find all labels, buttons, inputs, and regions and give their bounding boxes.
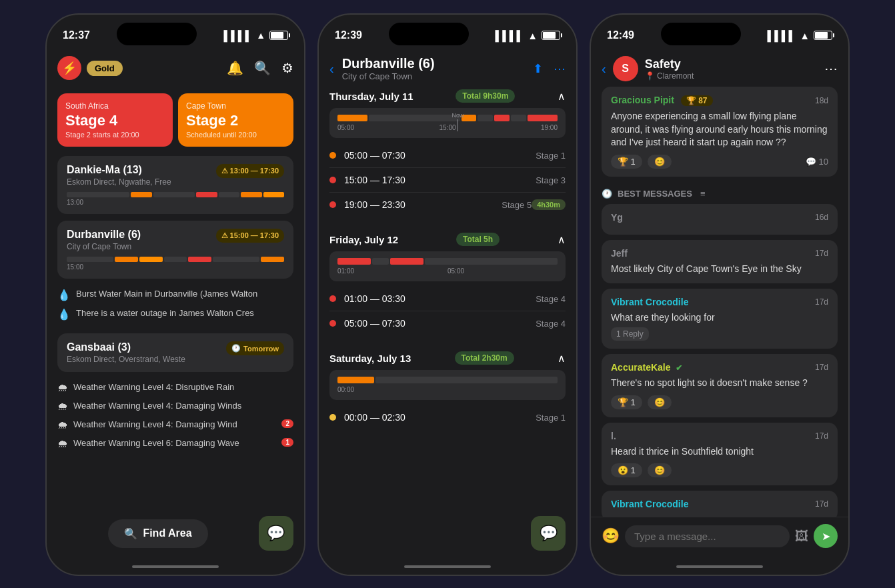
main-msg-author: Gracious Pipit 🏆 87 — [611, 95, 713, 106]
thursday-total: Total 9h30m — [456, 89, 515, 103]
share-icon[interactable]: ⬆ — [533, 61, 543, 76]
friday-toggle[interactable]: ∧ — [558, 233, 566, 246]
p3-content: Gracious Pipit 🏆 87 18d Anyone experienc… — [591, 87, 848, 517]
status-bar-2: 12:39 ▌▌▌▌ ▲ — [319, 15, 576, 51]
chat-fab-1[interactable]: 💬 — [259, 516, 293, 551]
emoji-button[interactable]: 😊 — [602, 527, 620, 545]
saturday-labels: 00:00 — [337, 386, 558, 393]
kale-header: AccurateKale ✔ 17d — [611, 362, 828, 373]
home-indicator-1 — [132, 565, 219, 568]
search-icon[interactable]: 🔍 — [254, 60, 271, 76]
thread-jeff[interactable]: Jeff 17d Most likely City of Cape Town's… — [602, 240, 838, 284]
signal-icon-2: ▌▌▌▌ — [496, 30, 524, 41]
best-messages-header: 🕐 BEST MESSAGES ≡ — [602, 183, 838, 204]
reply-badge[interactable]: 1 Reply — [611, 327, 649, 341]
time-thu-2: 15:00 — 17:30 — [344, 175, 536, 185]
slot-thu-3[interactable]: 19:00 — 23:30 Stage 5 4h30m — [329, 193, 566, 217]
wifi-icon-2: ▲ — [528, 30, 538, 41]
durbanville-sub: City of Cape Town — [67, 242, 141, 251]
more-icon-p3[interactable]: ⋯ — [824, 61, 838, 77]
find-area-button[interactable]: 🔍 Find Area — [108, 519, 207, 548]
p3-input-bar: 😊 🖼 ➤ — [591, 517, 848, 561]
sa-sub: Stage 2 starts at 20:00 — [65, 131, 165, 139]
reaction-smile[interactable]: 😊 — [648, 155, 672, 169]
notif-water-1[interactable]: 💧 Burst Water Main in Durbanville (James… — [57, 285, 293, 305]
stage-card-south-africa[interactable]: South Africa Stage 4 Stage 2 starts at 2… — [57, 93, 173, 147]
jeff-age: 17d — [815, 249, 828, 258]
p2-back-button[interactable]: ‹ — [329, 61, 334, 77]
clock-icon: 🕐 — [231, 344, 241, 353]
area-gansbaai[interactable]: Gansbaai (3) Eskom Direct, Overstrand, W… — [57, 333, 293, 372]
p3-header: ‹ S Safety 📍 Claremont ⋯ — [591, 51, 848, 87]
send-icon: ➤ — [822, 530, 830, 543]
reaction-trophy[interactable]: 🏆 1 — [611, 155, 642, 169]
f-label-1: 01:00 — [337, 267, 354, 275]
p2-title: Durbanville (6) — [342, 56, 525, 71]
area-durbanville-header: Durbanville (6) City of Cape Town ⚠ 15:0… — [67, 229, 284, 251]
comment-count: 💬 10 — [806, 157, 828, 167]
slot-thu-1[interactable]: 05:00 — 07:30 Stage 1 — [329, 143, 566, 168]
yg-header: Yg 16d — [611, 212, 828, 223]
thread-vibrant-2[interactable]: Vibrant Crocodile 17d — [602, 491, 838, 517]
warn-badge-4: 1 — [281, 438, 293, 447]
durbanville-name: Durbanville (6) — [67, 229, 141, 241]
time-sat-1: 00:00 — 02:30 — [344, 412, 536, 423]
weather-warn-2[interactable]: 🌧 Weather Warning Level 4: Damaging Wind… — [57, 397, 293, 416]
app-logo[interactable]: ⚡ — [57, 56, 81, 80]
f-label-2: 05:00 — [448, 267, 464, 275]
p3-title-block: Safety 📍 Claremont — [645, 57, 818, 81]
wifi-icon-3: ▲ — [800, 30, 810, 41]
warn-text-2: Weather Warning Level 4: Damaging Winds — [73, 401, 241, 411]
area-durbanville[interactable]: Durbanville (6) City of Cape Town ⚠ 15:0… — [57, 221, 293, 279]
vibrant2-age: 17d — [815, 499, 828, 509]
l-surprised[interactable]: 😮 1 — [611, 463, 642, 477]
sa-region: South Africa — [65, 101, 165, 111]
l-smile[interactable]: 😊 — [648, 463, 672, 477]
slot-thu-2[interactable]: 15:00 — 17:30 Stage 3 — [329, 168, 566, 193]
area-dankie-ma[interactable]: Dankie-Ma (13) Eskom Direct, Ngwathe, Fr… — [57, 156, 293, 214]
notif-water-2[interactable]: 💧 There is a water outage in James Walto… — [57, 305, 293, 324]
rain-icon-1: 🌧 — [57, 382, 68, 394]
kale-trophy[interactable]: 🏆 1 — [611, 395, 642, 409]
weather-warn-3[interactable]: 🌧 Weather Warning Level 4: Damaging Wind… — [57, 416, 293, 435]
friday-header: Friday, July 12 Total 5h ∧ — [329, 227, 566, 251]
main-message[interactable]: Gracious Pipit 🏆 87 18d Anyone experienc… — [602, 87, 838, 177]
gallery-button[interactable]: 🖼 — [795, 529, 808, 544]
time-2: 12:39 — [335, 29, 362, 41]
sa-stage: Stage 4 — [65, 112, 165, 129]
stage-card-cape-town[interactable]: Cape Town Stage 2 Scheduled until 20:00 — [178, 93, 293, 147]
signal-icon-3: ▌▌▌▌ — [768, 30, 796, 41]
slot-fri-1[interactable]: 01:00 — 03:30 Stage 4 — [329, 287, 566, 311]
stage-sat-1: Stage 1 — [536, 413, 566, 423]
kale-smile[interactable]: 😊 — [648, 395, 672, 409]
bell-icon[interactable]: 🔔 — [227, 60, 243, 76]
thread-l[interactable]: l. 17d Heard it thrice in Southfield ton… — [602, 423, 838, 486]
gold-badge[interactable]: Gold — [87, 61, 123, 76]
stage-thu-1: Stage 1 — [536, 151, 566, 161]
thursday-mini-timeline: Now — [337, 115, 558, 121]
thursday-toggle[interactable]: ∧ — [558, 90, 566, 103]
p3-back-button[interactable]: ‹ — [602, 61, 606, 77]
thread-vibrant[interactable]: Vibrant Crocodile 17d What are they look… — [602, 289, 838, 349]
send-button[interactable]: ➤ — [814, 524, 838, 548]
more-icon-p2[interactable]: ⋯ — [554, 61, 566, 76]
dynamic-island-2 — [389, 23, 469, 45]
saturday-timeline: 00:00 — [329, 370, 566, 400]
filter-icon[interactable]: ≡ — [700, 189, 706, 199]
water-drop-icon-2: 💧 — [57, 308, 71, 321]
saturday-toggle[interactable]: ∧ — [558, 352, 566, 365]
slot-fri-2[interactable]: 05:00 — 07:30 Stage 4 — [329, 311, 566, 335]
message-input[interactable] — [625, 525, 790, 547]
weather-warn-4[interactable]: 🌧 Weather Warning Level 6: Damaging Wave… — [57, 435, 293, 453]
chat-fab-2[interactable]: 💬 — [531, 516, 566, 551]
thread-accurate-kale[interactable]: AccurateKale ✔ 17d There's no spot light… — [602, 354, 838, 417]
slot-sat-1[interactable]: 00:00 — 02:30 Stage 1 — [329, 405, 566, 429]
thread-yg[interactable]: Yg 16d — [602, 204, 838, 235]
day-thursday: Thursday, July 11 Total 9h30m ∧ Now — [329, 84, 566, 217]
dankie-ma-sub: Eskom Direct, Ngwathe, Free — [67, 177, 171, 187]
warn-text-1: Weather Warning Level 4: Disruptive Rain — [73, 382, 234, 392]
weather-warn-1[interactable]: 🌧 Weather Warning Level 4: Disruptive Ra… — [57, 379, 293, 397]
phone-2: 12:39 ▌▌▌▌ ▲ ‹ Durbanville (6) City of C… — [317, 13, 578, 576]
settings-icon[interactable]: ⚙ — [281, 60, 293, 76]
jeff-text: Most likely City of Cape Town's Eye in t… — [611, 263, 828, 276]
